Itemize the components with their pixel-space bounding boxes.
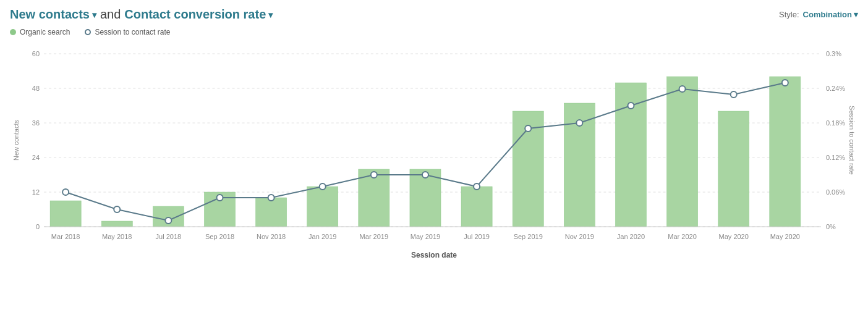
svg-text:Jul 2018: Jul 2018 [156,233,182,240]
header-left: New contacts ▾ and Contact conversion ra… [10,7,273,22]
svg-text:May 2019: May 2019 [411,233,440,240]
dot-9 [525,125,531,132]
metric1-label: New contacts [10,7,90,22]
svg-text:May 2018: May 2018 [102,233,132,240]
bar-12 [667,77,698,227]
header-right: Style: Combination ▾ [779,10,858,19]
svg-text:Session date: Session date [411,251,457,259]
bar-13 [718,111,749,227]
svg-text:Sep 2019: Sep 2019 [514,233,543,240]
bar-5 [307,187,338,227]
svg-text:0.12%: 0.12% [826,154,845,161]
dot-10 [576,120,582,126]
and-text: and [100,7,121,22]
dot-13 [731,91,737,98]
dot-2 [165,217,171,224]
legend-label-organic: Organic search [20,28,70,36]
bar-1 [101,221,132,227]
dot-7 [422,172,428,178]
chart-container: New contacts ▾ and Contact conversion ra… [0,0,868,328]
dot-0 [62,189,69,195]
svg-text:Nov 2018: Nov 2018 [257,233,286,240]
dot-3 [216,195,223,201]
style-value: Combination [803,10,852,19]
metric1-button[interactable]: New contacts ▾ [10,7,96,22]
bar-0 [50,201,81,227]
svg-text:Jul 2019: Jul 2019 [464,233,490,240]
chart-svg: 60 48 36 24 12 0 0.3% 0.24% 0.18% 0.12% … [10,41,858,282]
svg-text:New contacts: New contacts [12,120,20,161]
svg-text:Jan 2020: Jan 2020 [617,233,645,240]
svg-text:Sep 2018: Sep 2018 [205,233,234,240]
svg-text:12: 12 [32,188,40,196]
svg-text:Session to contact rate: Session to contact rate [848,106,856,175]
svg-text:60: 60 [32,50,40,57]
style-button[interactable]: Combination ▾ [803,10,858,19]
dot-4 [268,195,274,201]
svg-text:Mar 2018: Mar 2018 [51,233,80,240]
svg-text:0.24%: 0.24% [826,85,845,92]
dot-14 [782,80,788,86]
dot-11 [628,103,634,109]
bar-8 [461,187,492,227]
svg-text:24: 24 [32,154,40,161]
svg-text:Mar 2019: Mar 2019 [360,233,389,240]
svg-text:0.3%: 0.3% [826,50,841,57]
metric2-chevron: ▾ [268,10,273,20]
svg-text:48: 48 [32,85,40,92]
svg-text:36: 36 [32,119,40,127]
svg-text:May 2020: May 2020 [719,233,749,240]
svg-text:Jan 2019: Jan 2019 [308,233,336,240]
legend-label-session: Session to contact rate [95,28,170,36]
svg-text:Nov 2019: Nov 2019 [565,233,594,240]
metric1-chevron: ▾ [92,10,96,20]
dot-8 [474,183,480,190]
style-label: Style: [779,10,799,19]
metric2-label: Contact conversion rate [124,7,266,22]
dot-5 [320,183,326,190]
chart-header: New contacts ▾ and Contact conversion ra… [10,7,858,22]
svg-text:0.18%: 0.18% [826,119,845,127]
svg-text:Mar 2020: Mar 2020 [668,233,697,240]
dot-6 [371,172,377,178]
legend-dot-organic [10,29,16,35]
svg-text:0%: 0% [826,223,836,230]
svg-text:May 2020: May 2020 [770,233,800,240]
metric2-button[interactable]: Contact conversion rate ▾ [124,7,273,22]
style-chevron: ▾ [854,10,858,19]
bar-4 [256,198,287,227]
legend-item-session: Session to contact rate [85,28,170,36]
chart-legend: Organic search Session to contact rate [10,28,858,36]
svg-text:0: 0 [36,223,40,230]
chart-area: 60 48 36 24 12 0 0.3% 0.24% 0.18% 0.12% … [10,41,858,282]
svg-text:0.06%: 0.06% [826,188,845,196]
legend-item-organic: Organic search [10,28,70,36]
dot-12 [679,86,686,92]
bar-14 [770,77,801,227]
dot-1 [114,206,120,212]
legend-dot-session [85,29,91,35]
